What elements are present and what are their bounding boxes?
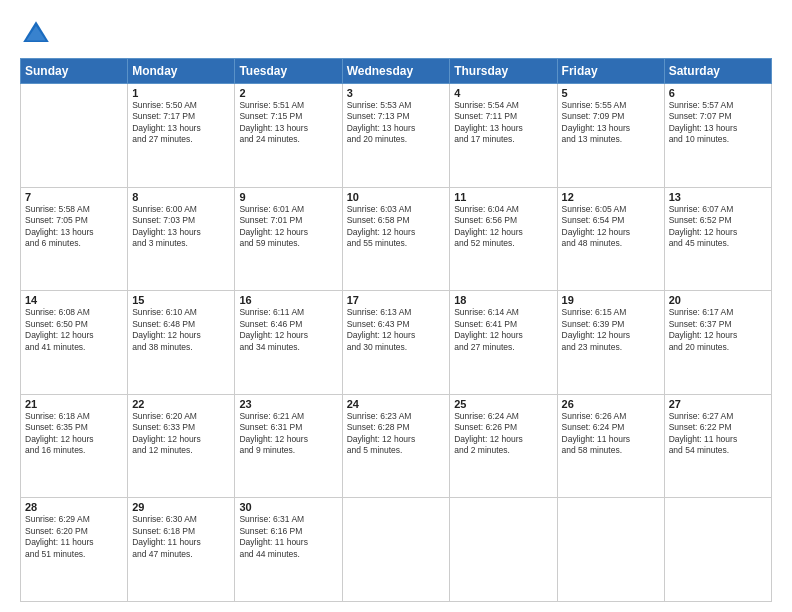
day-cell: 29Sunrise: 6:30 AMSunset: 6:18 PMDayligh… xyxy=(128,498,235,602)
day-cell: 25Sunrise: 6:24 AMSunset: 6:26 PMDayligh… xyxy=(450,394,557,498)
day-info: Sunrise: 6:27 AMSunset: 6:22 PMDaylight:… xyxy=(669,411,767,457)
header-row: SundayMondayTuesdayWednesdayThursdayFrid… xyxy=(21,59,772,84)
day-cell: 15Sunrise: 6:10 AMSunset: 6:48 PMDayligh… xyxy=(128,291,235,395)
day-number: 30 xyxy=(239,501,337,513)
day-cell: 11Sunrise: 6:04 AMSunset: 6:56 PMDayligh… xyxy=(450,187,557,291)
day-number: 5 xyxy=(562,87,660,99)
day-number: 2 xyxy=(239,87,337,99)
day-info: Sunrise: 6:31 AMSunset: 6:16 PMDaylight:… xyxy=(239,514,337,560)
day-number: 12 xyxy=(562,191,660,203)
day-cell xyxy=(21,84,128,188)
day-cell: 16Sunrise: 6:11 AMSunset: 6:46 PMDayligh… xyxy=(235,291,342,395)
header xyxy=(20,18,772,50)
day-number: 17 xyxy=(347,294,446,306)
day-info: Sunrise: 6:20 AMSunset: 6:33 PMDaylight:… xyxy=(132,411,230,457)
day-info: Sunrise: 5:55 AMSunset: 7:09 PMDaylight:… xyxy=(562,100,660,146)
day-cell: 2Sunrise: 5:51 AMSunset: 7:15 PMDaylight… xyxy=(235,84,342,188)
day-info: Sunrise: 6:15 AMSunset: 6:39 PMDaylight:… xyxy=(562,307,660,353)
day-number: 1 xyxy=(132,87,230,99)
day-cell: 23Sunrise: 6:21 AMSunset: 6:31 PMDayligh… xyxy=(235,394,342,498)
header-cell-saturday: Saturday xyxy=(664,59,771,84)
logo-icon xyxy=(20,18,52,50)
day-number: 18 xyxy=(454,294,552,306)
day-number: 15 xyxy=(132,294,230,306)
day-cell: 24Sunrise: 6:23 AMSunset: 6:28 PMDayligh… xyxy=(342,394,450,498)
header-cell-monday: Monday xyxy=(128,59,235,84)
day-cell: 13Sunrise: 6:07 AMSunset: 6:52 PMDayligh… xyxy=(664,187,771,291)
day-number: 16 xyxy=(239,294,337,306)
logo xyxy=(20,18,58,50)
day-info: Sunrise: 6:24 AMSunset: 6:26 PMDaylight:… xyxy=(454,411,552,457)
day-info: Sunrise: 5:53 AMSunset: 7:13 PMDaylight:… xyxy=(347,100,446,146)
header-cell-sunday: Sunday xyxy=(21,59,128,84)
day-info: Sunrise: 6:03 AMSunset: 6:58 PMDaylight:… xyxy=(347,204,446,250)
day-info: Sunrise: 6:08 AMSunset: 6:50 PMDaylight:… xyxy=(25,307,123,353)
day-cell: 28Sunrise: 6:29 AMSunset: 6:20 PMDayligh… xyxy=(21,498,128,602)
day-number: 22 xyxy=(132,398,230,410)
day-info: Sunrise: 5:54 AMSunset: 7:11 PMDaylight:… xyxy=(454,100,552,146)
week-row-5: 28Sunrise: 6:29 AMSunset: 6:20 PMDayligh… xyxy=(21,498,772,602)
week-row-4: 21Sunrise: 6:18 AMSunset: 6:35 PMDayligh… xyxy=(21,394,772,498)
day-cell: 14Sunrise: 6:08 AMSunset: 6:50 PMDayligh… xyxy=(21,291,128,395)
day-info: Sunrise: 6:01 AMSunset: 7:01 PMDaylight:… xyxy=(239,204,337,250)
day-cell: 7Sunrise: 5:58 AMSunset: 7:05 PMDaylight… xyxy=(21,187,128,291)
day-number: 14 xyxy=(25,294,123,306)
day-info: Sunrise: 6:11 AMSunset: 6:46 PMDaylight:… xyxy=(239,307,337,353)
day-cell: 4Sunrise: 5:54 AMSunset: 7:11 PMDaylight… xyxy=(450,84,557,188)
day-cell: 17Sunrise: 6:13 AMSunset: 6:43 PMDayligh… xyxy=(342,291,450,395)
day-cell: 6Sunrise: 5:57 AMSunset: 7:07 PMDaylight… xyxy=(664,84,771,188)
day-number: 6 xyxy=(669,87,767,99)
day-info: Sunrise: 5:50 AMSunset: 7:17 PMDaylight:… xyxy=(132,100,230,146)
week-row-3: 14Sunrise: 6:08 AMSunset: 6:50 PMDayligh… xyxy=(21,291,772,395)
day-cell xyxy=(450,498,557,602)
day-number: 3 xyxy=(347,87,446,99)
day-number: 4 xyxy=(454,87,552,99)
day-info: Sunrise: 6:00 AMSunset: 7:03 PMDaylight:… xyxy=(132,204,230,250)
day-info: Sunrise: 6:29 AMSunset: 6:20 PMDaylight:… xyxy=(25,514,123,560)
day-cell: 21Sunrise: 6:18 AMSunset: 6:35 PMDayligh… xyxy=(21,394,128,498)
day-cell xyxy=(557,498,664,602)
day-number: 10 xyxy=(347,191,446,203)
day-cell: 3Sunrise: 5:53 AMSunset: 7:13 PMDaylight… xyxy=(342,84,450,188)
day-number: 24 xyxy=(347,398,446,410)
day-info: Sunrise: 6:14 AMSunset: 6:41 PMDaylight:… xyxy=(454,307,552,353)
header-cell-friday: Friday xyxy=(557,59,664,84)
day-number: 27 xyxy=(669,398,767,410)
day-number: 21 xyxy=(25,398,123,410)
week-row-1: 1Sunrise: 5:50 AMSunset: 7:17 PMDaylight… xyxy=(21,84,772,188)
day-number: 25 xyxy=(454,398,552,410)
header-cell-thursday: Thursday xyxy=(450,59,557,84)
day-number: 13 xyxy=(669,191,767,203)
day-info: Sunrise: 5:58 AMSunset: 7:05 PMDaylight:… xyxy=(25,204,123,250)
calendar-table: SundayMondayTuesdayWednesdayThursdayFrid… xyxy=(20,58,772,602)
day-cell xyxy=(342,498,450,602)
header-cell-tuesday: Tuesday xyxy=(235,59,342,84)
day-number: 23 xyxy=(239,398,337,410)
calendar-body: 1Sunrise: 5:50 AMSunset: 7:17 PMDaylight… xyxy=(21,84,772,602)
day-cell: 22Sunrise: 6:20 AMSunset: 6:33 PMDayligh… xyxy=(128,394,235,498)
day-info: Sunrise: 6:23 AMSunset: 6:28 PMDaylight:… xyxy=(347,411,446,457)
day-cell: 19Sunrise: 6:15 AMSunset: 6:39 PMDayligh… xyxy=(557,291,664,395)
day-number: 26 xyxy=(562,398,660,410)
day-cell: 18Sunrise: 6:14 AMSunset: 6:41 PMDayligh… xyxy=(450,291,557,395)
day-info: Sunrise: 6:04 AMSunset: 6:56 PMDaylight:… xyxy=(454,204,552,250)
day-number: 20 xyxy=(669,294,767,306)
week-row-2: 7Sunrise: 5:58 AMSunset: 7:05 PMDaylight… xyxy=(21,187,772,291)
day-cell: 5Sunrise: 5:55 AMSunset: 7:09 PMDaylight… xyxy=(557,84,664,188)
day-number: 29 xyxy=(132,501,230,513)
day-cell: 8Sunrise: 6:00 AMSunset: 7:03 PMDaylight… xyxy=(128,187,235,291)
day-cell: 27Sunrise: 6:27 AMSunset: 6:22 PMDayligh… xyxy=(664,394,771,498)
day-info: Sunrise: 6:21 AMSunset: 6:31 PMDaylight:… xyxy=(239,411,337,457)
day-cell: 30Sunrise: 6:31 AMSunset: 6:16 PMDayligh… xyxy=(235,498,342,602)
day-info: Sunrise: 6:30 AMSunset: 6:18 PMDaylight:… xyxy=(132,514,230,560)
day-number: 8 xyxy=(132,191,230,203)
day-info: Sunrise: 6:10 AMSunset: 6:48 PMDaylight:… xyxy=(132,307,230,353)
day-cell: 20Sunrise: 6:17 AMSunset: 6:37 PMDayligh… xyxy=(664,291,771,395)
day-cell: 9Sunrise: 6:01 AMSunset: 7:01 PMDaylight… xyxy=(235,187,342,291)
day-number: 19 xyxy=(562,294,660,306)
day-cell: 12Sunrise: 6:05 AMSunset: 6:54 PMDayligh… xyxy=(557,187,664,291)
day-number: 11 xyxy=(454,191,552,203)
day-cell: 1Sunrise: 5:50 AMSunset: 7:17 PMDaylight… xyxy=(128,84,235,188)
day-number: 7 xyxy=(25,191,123,203)
day-cell: 10Sunrise: 6:03 AMSunset: 6:58 PMDayligh… xyxy=(342,187,450,291)
